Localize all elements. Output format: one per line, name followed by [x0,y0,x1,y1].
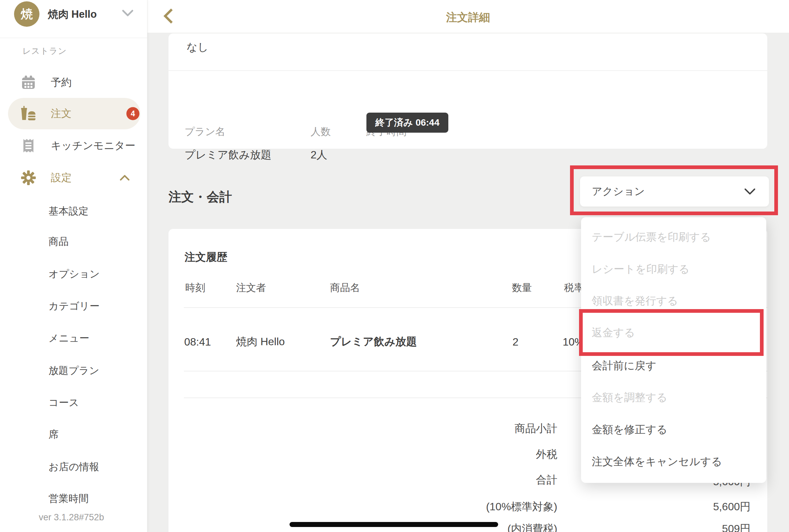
sidebar-item-label: 設定 [51,171,72,185]
plan-note: なし [187,40,209,55]
standard-rate-value: 5,600円 [713,499,751,514]
menu-item-correct-amount[interactable]: 金額を修正する [592,422,667,437]
divider [0,38,147,38]
page-title: 注文詳細 [147,10,789,25]
chevron-down-icon[interactable] [122,8,134,17]
sidebar-subitem-shop-info[interactable]: お店の情報 [49,460,99,474]
cell-time: 08:41 [184,336,211,348]
col-header-qty: 数量 [512,281,532,295]
food-icon [21,106,36,121]
total-label: 合計 [536,473,557,488]
subtotal-label: 商品小計 [514,421,557,436]
brand-logo: 焼 [14,1,39,27]
col-header-item: 商品名 [330,281,360,295]
sidebar-subitem-seats[interactable]: 席 [49,428,58,441]
menu-item-print-receipt: レシートを印刷する [592,262,690,277]
sidebar-subitem-basic-settings[interactable]: 基本設定 [49,205,89,218]
plan-card: なし プラン名 人数 終了時間 プレミア飲み放題 2人 終了済み 06:44 [169,33,767,149]
divider [169,71,767,71]
topbar: 注文詳細 [147,0,789,33]
chevron-up-icon [120,174,130,181]
order-detail-screen: 焼 焼肉 Hello レストラン 予約 [0,0,789,532]
sidebar-subitem-all-you-can-plans[interactable]: 放題プラン [49,364,99,378]
sidebar-subitem-business-hours[interactable]: 営業時間 [49,492,89,506]
app-version: ver 3.1.28#752b [39,512,104,522]
orders-count-badge: 4 [126,107,139,120]
sidebar-item-label: 予約 [51,76,72,90]
menu-item-issue-receipt: 領収書を発行する [592,294,678,308]
action-dropdown-button[interactable]: アクション [580,176,769,207]
gear-icon [21,170,36,186]
sidebar-item-label: 注文 [51,107,72,121]
plan-name-value: プレミア飲み放題 [185,148,271,163]
sidebar-subitem-options[interactable]: オプション [49,267,100,281]
order-history-heading: 注文履歴 [185,250,227,265]
sidebar-subitem-menu[interactable]: メニュー [49,331,89,345]
external-tax-label: 外税 [536,447,557,462]
sidebar-section-label: レストラン [22,45,67,56]
cell-item: プレミア飲み放題 [330,335,417,349]
calendar-icon [21,75,36,90]
cell-orderer: 焼肉 Hello [236,335,285,349]
sidebar-subitem-categories[interactable]: カテゴリー [49,299,100,313]
col-header-time: 時刻 [185,281,205,295]
people-label: 人数 [311,125,331,139]
sidebar: 焼 焼肉 Hello レストラン 予約 [0,0,147,532]
menu-item-cancel-entire-order[interactable]: 注文全体をキャンセルする [592,454,722,469]
sidebar-item-kitchen-monitor[interactable]: キッチンモニター [0,130,147,162]
col-header-orderer: 注文者 [236,281,266,295]
menu-item-revert-to-pre-checkout[interactable]: 会計前に戻す [592,359,657,373]
menu-item-adjust-amount: 金額を調整する [592,390,667,405]
home-indicator-bar [289,522,498,527]
action-dropdown-menu: テーブル伝票を印刷する レシートを印刷する 領収書を発行する 返金する 会計前に… [581,217,766,483]
action-button-label: アクション [592,185,645,198]
people-value: 2人 [311,148,327,163]
menu-item-refund: 返金する [592,325,635,340]
sidebar-item-label: キッチンモニター [51,139,135,153]
brand-name: 焼肉 Hello [48,7,97,21]
standard-rate-label: (10%標準対象) [486,499,557,514]
end-time-badge: 終了済み 06:44 [367,113,448,133]
sidebar-item-orders[interactable]: 注文 4 [8,98,140,129]
included-tax-value: 509円 [722,521,751,532]
sidebar-subitem-products[interactable]: 商品 [49,235,69,249]
brand-initial: 焼 [21,6,33,22]
menu-item-print-table-slip: テーブル伝票を印刷する [592,230,711,245]
included-tax-label: (内消費税) [507,521,557,532]
cell-qty: 2 [512,336,519,348]
receipt-icon [21,138,36,153]
sidebar-item-reservations[interactable]: 予約 [0,67,147,98]
plan-name-label: プラン名 [185,125,225,139]
chevron-down-icon [744,188,755,195]
section-heading: 注文・会計 [169,188,232,206]
sidebar-item-settings[interactable]: 設定 [0,162,147,193]
sidebar-subitem-courses[interactable]: コース [49,396,79,410]
